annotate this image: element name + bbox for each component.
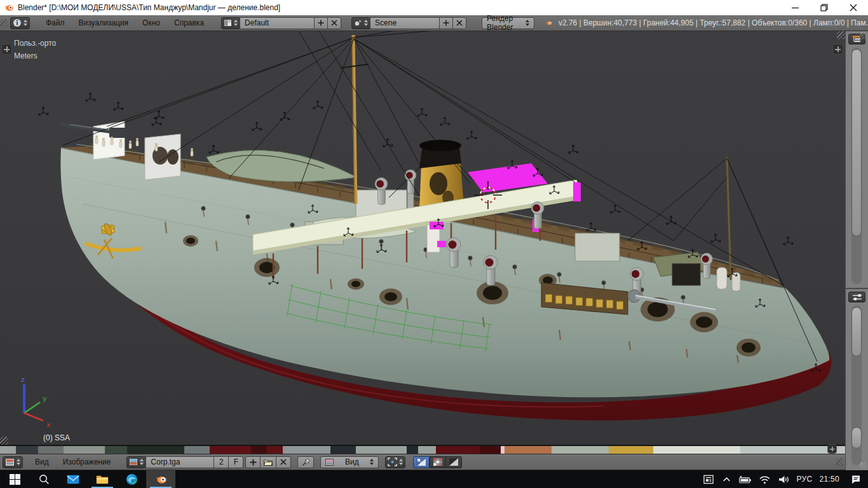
editor-type-button[interactable] (10, 17, 30, 29)
properties-scrollbar-lower[interactable] (851, 427, 862, 449)
scene-browse-button[interactable] (351, 17, 370, 29)
mail-icon (67, 474, 79, 485)
dropdown-arrows-icon (526, 20, 529, 26)
image-users-count[interactable]: 2 (214, 456, 229, 468)
taskbar-file-explorer[interactable] (88, 470, 117, 488)
delete-layout-button[interactable] (327, 17, 341, 29)
ship-3d-render: z y x (0, 31, 845, 445)
add-scene-button[interactable] (439, 17, 453, 29)
uv-view-select[interactable]: Вид (320, 456, 379, 468)
blender-logo-icon (546, 17, 552, 29)
axis-gizmo: z y x (21, 376, 51, 429)
image-name-value: Corp.tga (151, 458, 180, 466)
render-engine-select[interactable]: Рендер Blender (482, 17, 534, 29)
file-explorer-icon (96, 474, 109, 485)
layout-name-field[interactable]: Default (240, 17, 315, 29)
toolshelf-expand-button[interactable] (1, 44, 12, 55)
new-image-button[interactable] (245, 456, 261, 468)
windows-start-icon (10, 474, 20, 485)
add-layout-button[interactable] (314, 17, 328, 29)
outliner-scrollbar[interactable] (851, 49, 862, 236)
desktop: Blender* [D:\МОИ МОДЕЛИ\USSA\Тип Манджур… (0, 0, 868, 488)
open-image-button[interactable] (260, 456, 276, 468)
viewport-corner-grip[interactable] (837, 31, 845, 39)
scene-statistics: v2.76 | Вершин:40,773 | Граней:44,905 | … (559, 18, 868, 27)
uv-menu-view[interactable]: Вид (28, 458, 56, 466)
uv-image-preview-strip[interactable] (0, 445, 845, 454)
search-icon (38, 473, 50, 485)
layout-grid-icon (224, 19, 232, 27)
edge-icon (126, 473, 138, 485)
axis-z-label: z (21, 376, 25, 384)
taskbar-clock[interactable]: 21:50 (819, 475, 839, 484)
uv-panel-expand-button[interactable] (827, 444, 836, 453)
window-titlebar: Blender* [D:\МОИ МОДЕЛИ\USSA\Тип Манджур… (0, 0, 868, 15)
unlink-image-button[interactable] (276, 456, 291, 468)
menu-help[interactable]: Справка (167, 18, 211, 27)
window-title: Blender* [D:\МОИ МОДЕЛИ\USSA\Тип Манджур… (18, 3, 280, 12)
uv-view-select-value: Вид (345, 458, 359, 466)
properties-scrollbar[interactable] (851, 307, 862, 356)
channel-color-alpha-toggle[interactable] (413, 456, 430, 468)
delete-scene-button[interactable] (452, 17, 466, 29)
blender-icon (154, 473, 168, 485)
alpha-icon (449, 458, 458, 466)
uv-header-grip[interactable] (836, 458, 844, 466)
start-button[interactable] (0, 470, 29, 488)
viewport-3d[interactable]: z y x Польз.-орто Meters (0) SSA (0, 31, 845, 445)
blender-app-icon (4, 3, 14, 13)
info-editor-icon (13, 18, 22, 27)
viewport-corner-grip[interactable] (0, 437, 8, 445)
color-alpha-icon (417, 458, 426, 466)
scene-selector: Scene (351, 17, 466, 29)
taskbar-edge-browser[interactable] (117, 470, 146, 488)
taskbar-blender-app[interactable] (146, 470, 175, 488)
image-name-field[interactable]: Corp.tga (146, 456, 214, 468)
battery-icon[interactable] (738, 475, 752, 484)
render-engine-value: Рендер Blender (487, 14, 526, 32)
image-browse-button[interactable] (126, 456, 146, 468)
layout-browse-button[interactable] (221, 17, 240, 29)
pivot-point-button[interactable] (385, 456, 405, 468)
fake-user-button[interactable]: F (228, 456, 243, 468)
wifi-icon[interactable] (759, 475, 771, 484)
channel-color-toggle[interactable] (430, 456, 446, 468)
scene-name-field[interactable]: Scene (370, 17, 440, 29)
menu-render[interactable]: Визуализация (72, 18, 136, 27)
close-x-icon (280, 459, 287, 465)
minimize-button[interactable] (780, 0, 810, 15)
action-center-icon[interactable] (850, 474, 862, 485)
taskbar-mail-app[interactable] (58, 470, 88, 488)
menu-file[interactable]: Файл (39, 18, 72, 27)
uv-menu-image[interactable]: Изображение (56, 458, 118, 466)
image-actions (246, 456, 291, 468)
properties-sliders-icon (852, 294, 862, 301)
channel-alpha-toggle[interactable] (445, 456, 462, 468)
properties-panel-expand-button[interactable] (832, 44, 843, 55)
properties-editor-button[interactable] (848, 292, 865, 302)
tray-app-window-icon[interactable] (703, 474, 715, 485)
properties-sliver[interactable] (846, 289, 868, 470)
menu-window[interactable]: Окно (135, 18, 167, 27)
close-button[interactable] (839, 0, 868, 15)
strip-corner-grip[interactable] (860, 462, 866, 468)
units-label: Meters (14, 51, 37, 60)
image-datablock: Corp.tga 2 F (126, 456, 243, 468)
plus-icon (250, 459, 257, 466)
volume-icon[interactable] (778, 475, 790, 484)
language-indicator[interactable]: РУС (797, 475, 813, 484)
screen-layout-selector: Default (221, 17, 341, 29)
header-corner-grip[interactable] (0, 19, 8, 27)
axis-x-label: x (46, 421, 51, 429)
hidden-icons-chevron[interactable] (722, 475, 731, 484)
view-name-label: Польз.-орто (14, 39, 56, 48)
restore-button[interactable] (810, 0, 839, 15)
uv-editor-type-button[interactable] (3, 456, 23, 468)
axis-y-label: y (43, 395, 47, 403)
outliner-sliver[interactable] (846, 31, 868, 289)
scene-name-value: Scene (375, 18, 397, 27)
taskbar-search-button[interactable] (29, 470, 58, 488)
pin-image-button[interactable] (297, 456, 314, 468)
strip-corner-grip[interactable] (860, 32, 866, 39)
system-tray: РУС 21:50 (703, 470, 868, 488)
